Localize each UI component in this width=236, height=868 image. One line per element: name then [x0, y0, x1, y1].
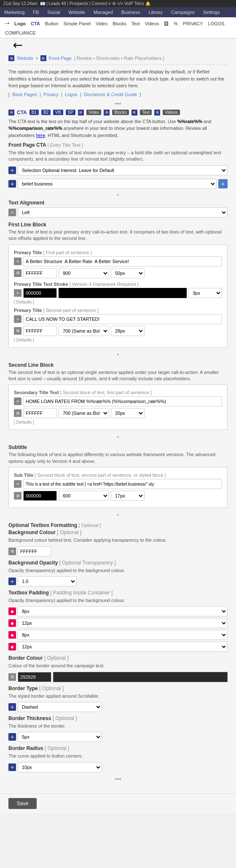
padding-left-row: ● 12px [8, 642, 228, 652]
primary-title-1-color[interactable] [23, 268, 57, 278]
alignment-select[interactable]: Left [18, 207, 228, 218]
interest-select[interactable]: Selection Optional Interest. Leave for D… [18, 165, 228, 175]
badge-b2[interactable]: B2 [41, 110, 51, 115]
padding-left-select[interactable]: 12px [18, 642, 228, 652]
primary-title-2-weight[interactable]: 700 (Same as Bol [59, 326, 109, 336]
badge-vb[interactable]: VB [53, 110, 63, 115]
badge-b1[interactable]: B1 [30, 110, 39, 115]
primary-title-2-input[interactable]: CALL US NOW TO GET STARTED! [23, 314, 222, 324]
nav-website[interactable]: Website [64, 7, 89, 17]
padding-top-row: ● 8px [8, 606, 228, 616]
stroke-color[interactable] [23, 288, 57, 298]
primary-title-2-color[interactable] [23, 326, 57, 336]
nav-marketing[interactable]: Marketing [0, 7, 29, 17]
subnav-logos[interactable]: LOGOS [206, 20, 226, 27]
arrow-area: ↖ [0, 38, 236, 51]
primary-title-1-input[interactable]: A Better Structure A Better Rate A Bette… [23, 256, 222, 266]
primary-title-2-input-row: ≡ CALL US NOW TO GET STARTED! [14, 314, 222, 324]
primary-title-2-size[interactable]: 28px [111, 326, 145, 336]
website-link[interactable]: Website [17, 56, 34, 61]
nav-fb[interactable]: FB [29, 7, 43, 17]
logos-link[interactable]: Logos [65, 92, 78, 97]
padding-bottom-button[interactable]: ● [8, 631, 16, 639]
subnav-simplepanel[interactable]: Simple Panel [62, 20, 93, 27]
badge-blocks[interactable]: Blocks [112, 110, 129, 115]
border-thickness-plus-button[interactable]: + [8, 733, 16, 741]
subnav-blocks[interactable]: Blocks [111, 20, 128, 27]
primary-title-1-label: Primary Title [ First part of sentence ] [14, 250, 222, 255]
nav-managed[interactable]: Managed [89, 7, 117, 17]
video-icon: ⊞ [78, 110, 84, 116]
bg-colour-input[interactable] [18, 546, 51, 556]
belief-select[interactable]: belief business [18, 179, 217, 189]
secondary-title-input[interactable]: HOME LOAN RATES FROM %%rate%% (%%compari… [23, 396, 222, 406]
secondary-title-weight[interactable]: 700 (Same as Bol [59, 408, 109, 418]
subnav-text[interactable]: Text [130, 20, 142, 27]
align-icon-sub: ≡ [14, 480, 21, 488]
opacity-plus-button[interactable]: + [8, 578, 16, 585]
add-select1-button[interactable]: + [8, 167, 16, 174]
sub-title-input[interactable]: This is a test of the subtitle text [ <a… [23, 479, 222, 489]
subnav-button[interactable]: Button [43, 20, 60, 27]
subnav-privacy[interactable]: PRIVACY [181, 20, 204, 27]
border-radius-plus-button[interactable]: + [8, 763, 16, 771]
backpages-link[interactable]: Back Pages [12, 92, 37, 97]
subnav-cta[interactable]: CTA [29, 20, 42, 27]
border-type-select[interactable]: Dashed [18, 702, 102, 712]
subnav-logo[interactable]: Logo [13, 20, 27, 27]
padding-right-button[interactable]: ● [8, 619, 16, 627]
border-radius-select[interactable]: 10px [18, 762, 102, 772]
badge-sp[interactable]: SP [66, 110, 75, 115]
sub-title-weight[interactable]: 600 [59, 491, 109, 501]
subnav-percent[interactable]: % [172, 20, 180, 27]
padding-right-select[interactable]: 12px [18, 618, 228, 628]
border-type-plus-button[interactable]: + [8, 703, 16, 711]
add-select2-button[interactable]: + [8, 180, 16, 188]
border-radius-input-row: + 10px [8, 762, 228, 772]
gear-icon-1[interactable]: ⚙ [14, 269, 21, 277]
padding-bottom-select[interactable]: 8px [18, 630, 228, 640]
subnav-videos[interactable]: Videos [143, 20, 161, 27]
gear-icon-sec[interactable]: ⚙ [14, 409, 21, 417]
gear-icon-sub[interactable]: ⚙ [14, 492, 21, 500]
opacity-select[interactable]: 1.0 [18, 576, 77, 586]
disclaimer-link[interactable]: Disclaimer & Credit Guide [84, 92, 137, 97]
privacy-link[interactable]: Privacy [43, 92, 59, 97]
border-colour-input[interactable] [18, 672, 51, 682]
subnav-compliance[interactable]: COMPLIANCE [3, 30, 38, 36]
nav-social[interactable]: Social [43, 7, 64, 17]
sub-title-color[interactable] [23, 491, 57, 501]
back-arrow[interactable]: ← [3, 19, 11, 28]
gear-icon-2[interactable]: ⚙ [14, 327, 21, 335]
bg-opacity-desc: Opacity (transparency) applied to the ba… [8, 567, 228, 574]
secondary-title-color[interactable] [23, 408, 57, 418]
subnav-video[interactable]: Video [94, 20, 109, 27]
badge-videos[interactable]: Videos [163, 110, 180, 115]
subnav-img[interactable]: 🖼 [162, 20, 170, 27]
padding-left-button[interactable]: ● [8, 643, 16, 650]
nav-campaigns[interactable]: Campaigns [167, 7, 199, 17]
border-thickness-select[interactable]: 5px [18, 732, 102, 742]
nav-library[interactable]: Library [144, 7, 167, 17]
primary-title-1-weight[interactable]: 900 [59, 268, 109, 278]
nav-settings[interactable]: Settings [199, 7, 224, 17]
padding-top-select[interactable]: 8px [18, 606, 228, 616]
secondary-title-size[interactable]: 20px [111, 408, 145, 418]
gear-icon-bg[interactable]: ⚙ [8, 548, 16, 555]
defaults-2[interactable]: [ Defaults ] [14, 338, 222, 342]
nav-business[interactable]: Business [117, 7, 145, 17]
defaults-sec[interactable]: [ Defaults ] [14, 420, 222, 425]
defaults-1[interactable]: [ Defaults ] [14, 300, 222, 304]
add-belief-button[interactable]: + [218, 179, 228, 188]
badge-video[interactable]: Video [86, 110, 101, 115]
badge-text[interactable]: Text [140, 110, 152, 115]
frontpage-link[interactable]: Front Page [49, 56, 72, 61]
sub-title-size[interactable]: 17px [111, 491, 145, 501]
gear-icon-border[interactable]: ⚙ [8, 673, 16, 681]
padding-top-button[interactable]: ● [8, 607, 16, 615]
subtitle-box: Sub Title [ Second block of text, second… [8, 467, 228, 508]
stroke-size[interactable]: 3px [188, 288, 222, 298]
primary-title-1-size[interactable]: 50px [111, 268, 145, 278]
save-button[interactable]: Save [8, 798, 37, 809]
here-link1[interactable]: here [36, 133, 45, 138]
